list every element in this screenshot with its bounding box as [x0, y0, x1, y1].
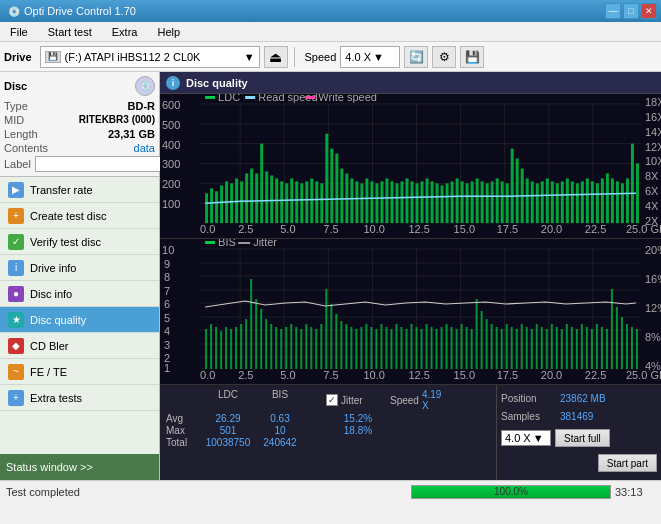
eject-button[interactable]: ⏏: [264, 46, 288, 68]
sidebar-item-drive-info[interactable]: i Drive info: [0, 255, 159, 281]
sidebar-item-cd-bler[interactable]: ◆ CD Bler: [0, 333, 159, 359]
svg-text:10.0: 10.0: [363, 369, 384, 381]
svg-rect-220: [536, 324, 538, 369]
svg-text:20.0: 20.0: [541, 223, 562, 235]
disc-contents-value[interactable]: data: [134, 142, 155, 154]
drive-label: Drive: [4, 51, 32, 63]
transfer-rate-icon: ▶: [8, 182, 24, 198]
disc-length-label: Length: [4, 128, 38, 140]
sidebar-item-label-create-test-disc: Create test disc: [30, 210, 106, 222]
svg-rect-194: [405, 329, 407, 369]
svg-rect-184: [355, 329, 357, 369]
close-button[interactable]: ✕: [641, 3, 657, 19]
svg-rect-231: [591, 329, 593, 369]
svg-rect-157: [220, 331, 222, 369]
svg-rect-69: [471, 181, 474, 223]
speed-select-dropdown[interactable]: 4.0 X ▼: [501, 430, 551, 446]
fe-te-icon: ~: [8, 364, 24, 380]
stats-avg-label: Avg: [166, 413, 202, 424]
menu-help[interactable]: Help: [151, 24, 186, 40]
settings-button[interactable]: ⚙: [432, 46, 456, 68]
speed-dropdown-value: 4.0 X: [505, 432, 531, 444]
svg-rect-185: [360, 327, 362, 369]
svg-rect-102: [636, 164, 639, 224]
content-area: i Disc quality: [160, 72, 661, 480]
sidebar-item-label-verify-test-disc: Verify test disc: [30, 236, 101, 248]
svg-rect-54: [395, 183, 398, 223]
svg-rect-38: [315, 181, 318, 223]
menu-file[interactable]: File: [4, 24, 34, 40]
nav-items: ▶ Transfer rate + Create test disc ✓ Ver…: [0, 177, 159, 454]
svg-rect-206: [466, 327, 468, 369]
svg-rect-55: [400, 181, 403, 223]
svg-rect-212: [496, 327, 498, 369]
svg-rect-84: [546, 178, 549, 223]
svg-rect-80: [526, 178, 529, 223]
svg-rect-62: [436, 183, 439, 223]
sidebar-item-fe-te[interactable]: ~ FE / TE: [0, 359, 159, 385]
start-full-button[interactable]: Start full: [555, 429, 610, 447]
svg-rect-161: [240, 324, 242, 369]
disc-quality-header: i Disc quality: [160, 72, 661, 94]
sidebar-item-verify-test-disc[interactable]: ✓ Verify test disc: [0, 229, 159, 255]
sidebar-item-disc-quality[interactable]: ★ Disc quality: [0, 307, 159, 333]
titlebar: 💿 Opti Drive Control 1.70 — □ ✕: [0, 0, 661, 22]
svg-rect-32: [285, 183, 288, 223]
drive-icon: 💾: [45, 51, 61, 63]
svg-rect-173: [300, 329, 302, 369]
svg-text:10.0: 10.0: [363, 223, 384, 235]
refresh-button[interactable]: 🔄: [404, 46, 428, 68]
disc-panel: Disc 💿 Type BD-R MID RITEKBR3 (000) Leng…: [0, 72, 159, 177]
chart2-svg: 10 9 8 7 6 5 4 3 2 1 20% 16% 12% 8% 4%: [160, 239, 661, 384]
svg-rect-193: [400, 327, 402, 369]
svg-text:15.0: 15.0: [454, 223, 475, 235]
sidebar-item-transfer-rate[interactable]: ▶ Transfer rate: [0, 177, 159, 203]
svg-text:6: 6: [164, 298, 170, 310]
svg-rect-234: [606, 329, 608, 369]
svg-text:12X: 12X: [645, 141, 661, 153]
sidebar-item-extra-tests[interactable]: + Extra tests: [0, 385, 159, 411]
svg-text:0.0: 0.0: [200, 223, 215, 235]
maximize-button[interactable]: □: [623, 3, 639, 19]
app-icon: 💿: [8, 6, 20, 17]
svg-rect-75: [501, 181, 504, 223]
save-button[interactable]: 💾: [460, 46, 484, 68]
charts-container: 600 500 400 300 200 100 18X 16X 14X 12X …: [160, 94, 661, 384]
stats-avg-jitter: 15.2%: [326, 413, 390, 424]
svg-rect-183: [350, 327, 352, 369]
svg-rect-213: [501, 329, 503, 369]
svg-text:17.5: 17.5: [497, 223, 518, 235]
main-layout: Disc 💿 Type BD-R MID RITEKBR3 (000) Leng…: [0, 72, 661, 480]
svg-rect-200: [436, 329, 438, 369]
svg-rect-164: [255, 299, 257, 369]
disc-label-input[interactable]: [35, 156, 179, 172]
svg-text:6X: 6X: [645, 185, 659, 197]
svg-rect-50: [375, 183, 378, 223]
svg-rect-235: [611, 289, 613, 369]
stats-avg-bis: 0.63: [254, 413, 306, 424]
menu-start-test[interactable]: Start test: [42, 24, 98, 40]
start-part-button[interactable]: Start part: [598, 454, 657, 472]
samples-label: Samples: [501, 411, 556, 422]
titlebar-title: 💿 Opti Drive Control 1.70: [8, 5, 136, 17]
svg-rect-196: [416, 327, 418, 369]
svg-rect-240: [636, 329, 638, 369]
menu-extra[interactable]: Extra: [106, 24, 144, 40]
svg-text:7: 7: [164, 285, 170, 297]
svg-rect-222: [546, 329, 548, 369]
drive-select[interactable]: 💾 (F:) ATAPI iHBS112 2 CL0K ▼: [40, 46, 260, 68]
sidebar-item-create-test-disc[interactable]: + Create test disc: [0, 203, 159, 229]
sidebar-item-disc-info[interactable]: ● Disc info: [0, 281, 159, 307]
svg-rect-191: [390, 329, 392, 369]
svg-rect-131: [245, 96, 255, 99]
disc-mid-value: RITEKBR3 (000): [79, 114, 155, 126]
status-window-button[interactable]: Status window >>: [0, 454, 159, 480]
minimize-button[interactable]: —: [605, 3, 621, 19]
svg-text:12%: 12%: [645, 302, 661, 314]
samples-value: 381469: [560, 411, 593, 422]
drive-dropdown-arrow: ▼: [244, 51, 255, 63]
svg-rect-96: [606, 173, 609, 223]
speed-select[interactable]: 4.0 X ▼: [340, 46, 400, 68]
svg-rect-98: [616, 181, 619, 223]
jitter-checkbox[interactable]: ✓: [326, 394, 338, 406]
